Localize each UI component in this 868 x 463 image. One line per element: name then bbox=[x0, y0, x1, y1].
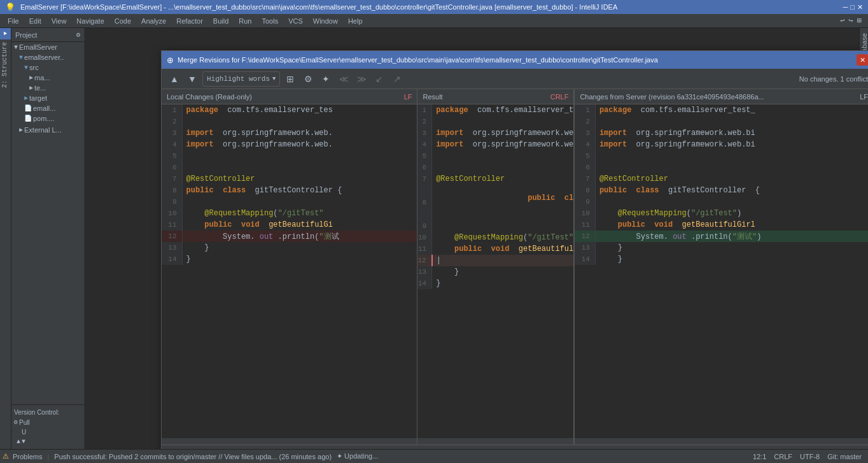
folder-icon-ext: ► bbox=[19, 127, 23, 134]
menu-build[interactable]: Build bbox=[208, 16, 234, 26]
center-code-table: 1 package com.tfs.emallserver_test_c 2 3 bbox=[417, 104, 573, 289]
vc-arrow-down[interactable]: ▼ bbox=[22, 438, 25, 445]
center-code-content[interactable]: 1 package com.tfs.emallserver_test_c 2 3 bbox=[417, 104, 573, 438]
sidebar-item-te[interactable]: ► te... bbox=[11, 83, 84, 93]
project-label: Project bbox=[15, 31, 37, 39]
menu-navigate[interactable]: Navigate bbox=[71, 16, 109, 26]
toolbar-undo[interactable]: ↩ bbox=[840, 16, 844, 25]
sidebar-root[interactable]: ▼ EmallServer bbox=[11, 42, 84, 52]
right-panel-title: Changes from Server (revision 6a331ce409… bbox=[580, 93, 764, 101]
structure-tab[interactable]: 2: Structure bbox=[0, 39, 11, 90]
merge-title-bar: ⊕ Merge Revisions for F:\ideaWorkSpace\E… bbox=[162, 51, 868, 69]
merge-close-button[interactable]: ✕ bbox=[857, 54, 868, 66]
sidebar-item-emall[interactable]: 📄 emall... bbox=[11, 103, 84, 113]
menu-help[interactable]: Help bbox=[343, 16, 368, 26]
folder-icon-1: ▼ bbox=[19, 54, 23, 61]
file-icon-2: 📄 bbox=[24, 115, 32, 122]
sidebar-settings[interactable]: ⚙ bbox=[76, 31, 80, 39]
dropdown-arrow-icon: ▼ bbox=[272, 76, 276, 82]
sidebar-item-src[interactable]: ▼ src bbox=[11, 62, 84, 73]
right-panel-encoding: LF bbox=[860, 93, 868, 101]
vc-arrow-up[interactable]: ▲ bbox=[17, 438, 20, 445]
vc-collapse-btn[interactable]: ⚙ bbox=[14, 418, 18, 426]
menu-tools[interactable]: Tools bbox=[256, 16, 283, 26]
table-row: 9 bbox=[575, 196, 868, 208]
folder-icon-3: ► bbox=[29, 75, 33, 82]
sidebar-item-ma[interactable]: ► ma... bbox=[11, 73, 84, 83]
left-code-table: 1 package com.tfs.emallserver_tes 2 3 im bbox=[162, 104, 417, 265]
abort-button[interactable]: Abort bbox=[825, 449, 865, 450]
project-tab[interactable]: ► bbox=[0, 28, 11, 39]
table-row: 1 package com.tfs.emallserver_tes bbox=[162, 104, 417, 116]
folder-icon-4: ► bbox=[29, 85, 33, 92]
left-panel-encoding: LF bbox=[404, 93, 412, 101]
table-row: 9 bbox=[417, 220, 573, 232]
view-toggle-button[interactable]: ⊞ bbox=[283, 71, 298, 87]
problems-tab[interactable]: Problems bbox=[13, 453, 42, 460]
right-code-content[interactable]: 1 package com.tfs.emallserver_test_ 2 3 bbox=[575, 104, 868, 438]
left-panel-title: Local Changes (Read-only) bbox=[167, 93, 252, 101]
apply-button[interactable]: Apply bbox=[780, 449, 820, 450]
ide-menu-bar: File Edit View Navigate Code Analyze Ref… bbox=[0, 14, 868, 28]
accept-right-button[interactable]: Accept Right bbox=[234, 449, 299, 450]
toolbar-redo[interactable]: ↪ bbox=[849, 16, 853, 25]
table-row: 6 bbox=[162, 162, 417, 173]
menu-code[interactable]: Code bbox=[109, 16, 136, 26]
disabled-btn-1: ≪ bbox=[336, 71, 351, 87]
menu-run[interactable]: Run bbox=[234, 16, 256, 26]
table-row: 13 } bbox=[162, 242, 417, 253]
right-scrollbar[interactable] bbox=[575, 438, 868, 445]
menu-edit[interactable]: Edit bbox=[24, 16, 46, 26]
center-panel-header: Result CRLF bbox=[417, 89, 573, 104]
left-scrollbar[interactable] bbox=[162, 438, 417, 445]
table-row-conflict-center: 12 « » | bbox=[417, 255, 573, 266]
menu-view[interactable]: View bbox=[46, 16, 72, 26]
table-row: 3 import org.springframework.web. bbox=[162, 127, 417, 139]
root-arrow-icon: ▼ bbox=[14, 44, 18, 51]
footer-left-buttons: Accept Left Accept Right bbox=[169, 449, 299, 450]
table-row: 14 } bbox=[575, 253, 868, 265]
center-panel-title: Result bbox=[423, 93, 442, 101]
folder-icon-5: ► bbox=[24, 95, 28, 102]
center-scrollbar[interactable] bbox=[417, 438, 573, 445]
menu-analyze[interactable]: Analyze bbox=[136, 16, 171, 26]
merge-icon: ⊕ bbox=[167, 55, 174, 65]
table-row: 11 public void getBeautifulGirl( bbox=[417, 243, 573, 255]
table-row: 10 @RequestMapping("/gitTest") bbox=[575, 208, 868, 219]
menu-window[interactable]: Window bbox=[308, 16, 343, 26]
sidebar-item-emallserver[interactable]: ▼ emallserver.. bbox=[11, 52, 84, 62]
table-row: 6 bbox=[575, 162, 868, 173]
table-row: 8 public class gitTestController { ! bbox=[417, 185, 573, 220]
git-branch[interactable]: Git: master bbox=[823, 453, 865, 460]
accept-left-button[interactable]: Accept Left bbox=[169, 449, 229, 450]
navigate-up-button[interactable]: ▲ bbox=[167, 71, 182, 87]
file-encoding[interactable]: UTF-8 bbox=[796, 453, 823, 460]
table-row: 2 bbox=[162, 116, 417, 127]
table-row: 5 bbox=[162, 150, 417, 162]
navigate-down-button[interactable]: ▼ bbox=[185, 71, 200, 87]
updating-msg: ✦ Updating... bbox=[337, 452, 378, 460]
highlight-words-dropdown[interactable]: Highlight words ▼ bbox=[202, 71, 280, 87]
sidebar-item-pom[interactable]: 📄 pom.... bbox=[11, 113, 84, 124]
table-row: 7 @RestController bbox=[417, 173, 573, 185]
magic-button[interactable]: ✦ bbox=[318, 71, 333, 87]
sidebar-panel: Project ⚙ ▼ EmallServer ▼ emallserver.. … bbox=[11, 28, 85, 449]
settings-button[interactable]: ⚙ bbox=[300, 71, 316, 87]
table-row: 2 bbox=[575, 116, 868, 127]
sidebar-item-target[interactable]: ► target bbox=[11, 93, 84, 103]
menu-vcs[interactable]: VCS bbox=[283, 16, 308, 26]
merge-panels: Local Changes (Read-only) LF 1 package c… bbox=[162, 89, 868, 445]
ide-title-bar: 💡 EmallServer [F:\ideaWorkSpace\EmallSer… bbox=[0, 0, 868, 14]
table-row: 7 @RestController bbox=[575, 173, 868, 185]
line-ending[interactable]: CRLF bbox=[770, 453, 796, 460]
table-row: 8 public class gitTestController { bbox=[162, 185, 417, 196]
menu-refactor[interactable]: Refactor bbox=[171, 16, 208, 26]
menu-file[interactable]: File bbox=[3, 16, 24, 26]
left-code-content[interactable]: 1 package com.tfs.emallserver_tes 2 3 im bbox=[162, 104, 417, 438]
table-row: 8 public class gitTestController { bbox=[575, 185, 868, 196]
sidebar-item-external[interactable]: ► External L... bbox=[11, 125, 84, 135]
merge-dialog: ⊕ Merge Revisions for F:\ideaWorkSpace\E… bbox=[161, 50, 868, 449]
left-vertical-tabs: ► 2: Structure bbox=[0, 28, 11, 449]
merge-footer: Accept Left Accept Right Apply Abort bbox=[162, 445, 868, 449]
toolbar-grid[interactable]: ⊞ bbox=[857, 16, 862, 25]
